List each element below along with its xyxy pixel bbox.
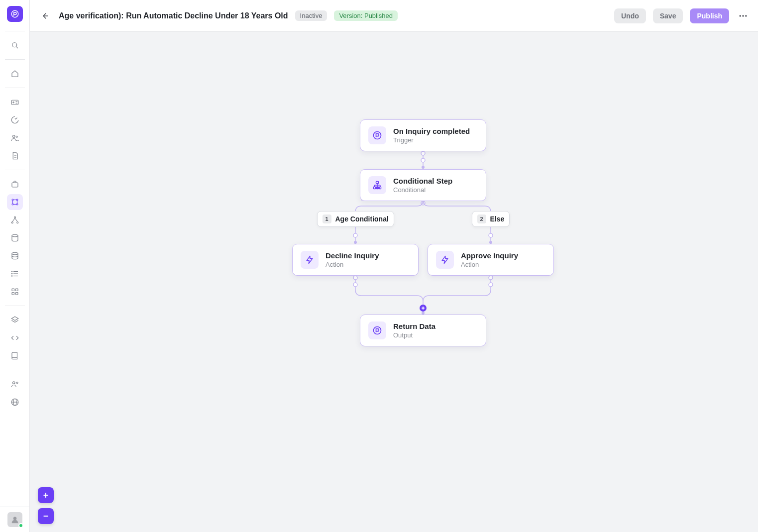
layers-icon[interactable]	[7, 312, 23, 328]
svg-rect-34	[15, 289, 18, 291]
users-icon[interactable]	[7, 130, 23, 146]
connector-lines	[30, 32, 758, 532]
branch-label-age[interactable]: 1 Age Conditional	[317, 211, 394, 227]
svg-point-12	[12, 199, 13, 201]
node-subtitle: Trigger	[393, 136, 470, 144]
svg-point-53	[421, 201, 425, 205]
svg-point-46	[742, 15, 744, 16]
svg-point-7	[12, 135, 15, 138]
approve-node[interactable]: Approve Inquiry Action	[428, 244, 554, 276]
book-icon[interactable]	[7, 348, 23, 364]
svg-point-21	[11, 222, 13, 223]
node-title: Approve Inquiry	[461, 251, 518, 260]
svg-point-1	[12, 43, 16, 47]
svg-line-23	[12, 218, 14, 222]
branch-text: Else	[490, 215, 505, 223]
avatar[interactable]	[7, 512, 22, 527]
node-title: Conditional Step	[393, 177, 452, 185]
more-button[interactable]	[736, 9, 750, 23]
svg-point-62	[353, 283, 357, 287]
svg-point-13	[16, 199, 18, 201]
svg-point-50	[421, 158, 425, 162]
branch-label-else[interactable]: 2 Else	[472, 211, 510, 227]
node-subtitle: Output	[393, 331, 435, 339]
briefcase-icon[interactable]	[7, 176, 23, 192]
decline-node[interactable]: Decline Inquiry Action	[292, 244, 419, 276]
node-subtitle: Action	[461, 261, 518, 268]
svg-point-43	[13, 517, 16, 520]
home-icon[interactable]	[7, 66, 23, 82]
svg-point-25	[12, 234, 18, 237]
logo-p-icon	[10, 9, 19, 18]
presence-indicator	[18, 523, 23, 528]
svg-line-24	[15, 218, 17, 222]
svg-point-45	[740, 15, 741, 16]
svg-point-20	[14, 216, 15, 218]
version-badge: Version: Published	[334, 10, 398, 21]
list-icon[interactable]	[7, 266, 23, 282]
svg-rect-74	[376, 187, 378, 189]
code-icon[interactable]	[7, 330, 23, 346]
database-icon[interactable]	[7, 230, 23, 246]
more-horizontal-icon	[738, 11, 748, 21]
svg-point-81	[374, 327, 381, 334]
svg-rect-11	[12, 183, 18, 187]
svg-point-51	[422, 166, 425, 169]
svg-point-31	[11, 273, 12, 274]
svg-point-49	[421, 151, 425, 155]
network-icon[interactable]	[7, 212, 23, 228]
page-title: Age verification): Run Automatic Decline…	[59, 11, 288, 20]
branch-number: 2	[477, 214, 486, 223]
zoom-out-button[interactable]: −	[38, 508, 54, 524]
trigger-node[interactable]: On Inquiry completed Trigger	[360, 119, 486, 151]
document-icon[interactable]	[7, 148, 23, 164]
header: Age verification): Run Automatic Decline…	[30, 0, 758, 32]
svg-point-26	[12, 252, 18, 255]
arrow-left-icon	[40, 11, 49, 20]
workflow-canvas[interactable]: On Inquiry completed Trigger Conditional…	[30, 32, 758, 532]
svg-point-67	[420, 305, 427, 312]
svg-rect-35	[12, 293, 14, 295]
node-title: Decline Inquiry	[325, 251, 379, 260]
brand-logo[interactable]	[7, 6, 23, 22]
svg-point-8	[16, 136, 17, 137]
save-button[interactable]: Save	[653, 8, 683, 23]
workflow-icon[interactable]	[7, 194, 23, 210]
id-card-icon[interactable]	[7, 94, 23, 110]
publish-button[interactable]: Publish	[690, 8, 729, 23]
search-icon[interactable]	[7, 37, 23, 53]
node-subtitle: Conditional	[393, 186, 452, 194]
output-node[interactable]: Return Data Output	[360, 315, 486, 346]
conditional-node[interactable]: Conditional Step Conditional	[360, 169, 486, 201]
branch-text: Age Conditional	[335, 215, 389, 223]
moon-check-icon[interactable]	[7, 112, 23, 128]
flow-container: On Inquiry completed Trigger Conditional…	[30, 32, 758, 532]
svg-point-38	[12, 382, 15, 384]
svg-point-65	[489, 283, 493, 287]
svg-rect-36	[15, 293, 18, 295]
svg-point-30	[11, 271, 12, 272]
svg-rect-72	[376, 182, 379, 184]
svg-point-47	[745, 15, 747, 16]
svg-point-4	[12, 102, 13, 103]
svg-point-0	[11, 10, 18, 17]
svg-point-22	[16, 222, 18, 223]
svg-rect-73	[374, 187, 376, 189]
globe-icon[interactable]	[7, 394, 23, 410]
apps-icon[interactable]	[7, 284, 23, 300]
svg-point-64	[489, 276, 493, 280]
svg-point-61	[353, 276, 357, 280]
team-icon[interactable]	[7, 376, 23, 392]
svg-rect-3	[11, 100, 18, 105]
svg-point-58	[489, 233, 493, 237]
svg-point-55	[353, 233, 357, 237]
bolt-icon	[301, 251, 319, 269]
back-button[interactable]	[38, 9, 52, 23]
svg-line-2	[16, 47, 17, 48]
avatar-placeholder-icon	[10, 515, 19, 524]
branch-number: 1	[323, 214, 331, 223]
undo-button[interactable]: Undo	[614, 8, 646, 23]
zoom-in-button[interactable]: +	[38, 487, 54, 503]
database2-icon[interactable]	[7, 248, 23, 264]
node-subtitle: Action	[325, 261, 379, 268]
